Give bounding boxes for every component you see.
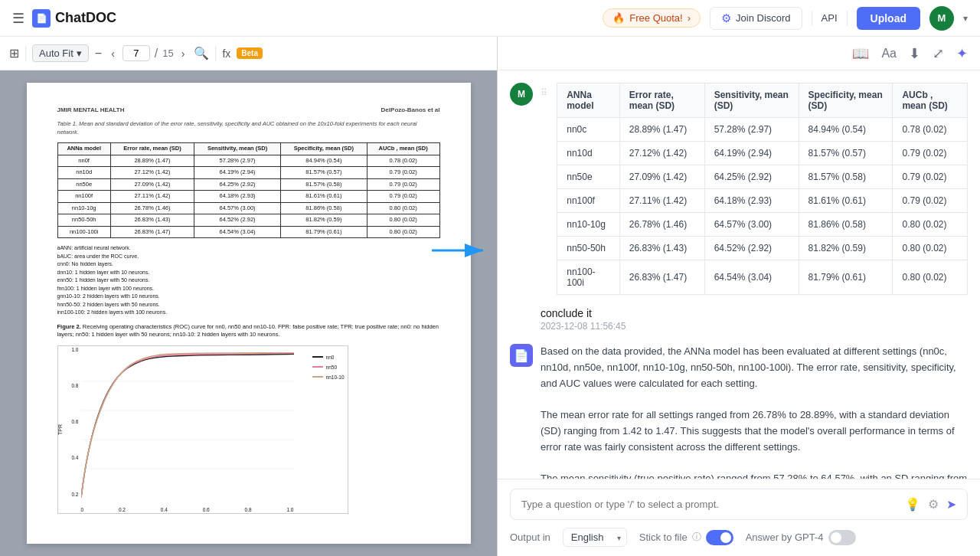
chat-table-cell: nn10d (557, 142, 620, 165)
chat-table-cell: 81.61% (0.61) (799, 189, 893, 213)
pdf-content[interactable]: JMIR MENTAL HEALTH DelPozo-Banos et al T… (0, 70, 497, 556)
chat-data-table-wrapper: ANNa modelError rate, mean (SD)Sensitivi… (557, 83, 968, 295)
toolbar-divider-1 (25, 46, 26, 61)
chat-input[interactable] (521, 499, 899, 510)
chat-input-icons: 💡 ⚙ ➤ (905, 497, 956, 512)
download-icon[interactable]: ⬇ (909, 45, 920, 62)
fig2-caption-text: Receiving operating characteristics (ROC… (57, 323, 439, 339)
language-select[interactable]: English Chinese Spanish (563, 528, 627, 547)
main-area: ⊞ Auto Fit ▾ − ‹ / 15 › 🔍 fx Beta JMIR (0, 37, 980, 556)
chat-input-area: 💡 ⚙ ➤ Output in English Chinese Spanish … (498, 479, 980, 556)
chat-table-cell: 64.57% (3.00) (704, 213, 799, 237)
chat-table-cell: nn0c (557, 118, 620, 142)
chat-table-cell: 0.80 (0.02) (893, 213, 968, 237)
figure-caption: Figure 2. Receiving operating characteri… (57, 323, 440, 339)
share-icon[interactable]: ⤢ (933, 45, 944, 62)
user-avatar[interactable]: M (929, 6, 954, 31)
author-name: DelPozo-Banos et al (381, 106, 440, 114)
beta-badge: Beta (237, 47, 263, 59)
output-in-label: Output in (510, 531, 550, 543)
join-discord-label: Join Discord (736, 12, 791, 24)
chat-table-header: Sensitivity, mean (SD) (704, 83, 799, 118)
brand-icon: 📄 (32, 9, 51, 28)
chat-table-cell: 84.94% (0.54) (799, 118, 893, 142)
chat-toolbar: 📖 Aa ⬇ ⤢ ✦ (498, 37, 980, 70)
stick-to-file-toggle[interactable] (706, 530, 733, 545)
chat-table-cell: 64.52% (2.92) (704, 237, 799, 260)
chat-table-cell: 26.83% (1.47) (619, 260, 704, 295)
fx-button[interactable]: fx (222, 47, 230, 60)
user-avatar-chat: M (510, 83, 533, 106)
api-link[interactable]: API (822, 12, 838, 24)
page-thumbnail-icon[interactable]: ⊞ (9, 46, 19, 61)
chat-table-cell: nn100f (557, 189, 620, 213)
conclude-text: conclude it (541, 307, 968, 319)
total-pages: 15 (162, 47, 173, 59)
drag-handle-icon[interactable]: ⠿ (541, 87, 549, 98)
upload-button[interactable]: Upload (857, 7, 920, 30)
page-navigation: ‹ / 15 › (108, 45, 188, 61)
nav-divider-2 (847, 11, 848, 26)
chat-table-cell: 0.79 (0.02) (893, 165, 968, 189)
chat-table-header: ANNa model (557, 83, 620, 118)
chat-table-cell: nn50e (557, 165, 620, 189)
user-message-table: M ⠿ ANNa modelError rate, mean (SD)Sensi… (510, 83, 968, 295)
chat-table-cell: 81.86% (0.58) (799, 213, 893, 237)
top-navigation: ☰ 📄 ChatDOC 🔥 Free Quota! › ⚙ Join Disco… (0, 0, 980, 37)
ai-paragraph-3: The mean sensitivity (true positive rate… (541, 471, 968, 479)
chat-table-header: Error rate, mean (SD) (619, 83, 704, 118)
chat-table-header: Specificity, mean (SD) (799, 83, 893, 118)
hamburger-menu-icon[interactable]: ☰ (12, 10, 24, 27)
settings-icon-button[interactable]: ⚙ (928, 497, 939, 512)
answer-by-gpt4-option: Answer by GPT-4 (746, 530, 856, 545)
chat-input-box[interactable]: 💡 ⚙ ➤ (510, 489, 968, 520)
text-format-icon[interactable]: Aa (881, 47, 897, 61)
auto-fit-button[interactable]: Auto Fit ▾ (32, 44, 89, 62)
pdf-toolbar: ⊞ Auto Fit ▾ − ‹ / 15 › 🔍 fx Beta (0, 37, 497, 70)
chat-table-cell: nn50-50h (557, 237, 620, 260)
chat-table-cell: 57.28% (2.97) (704, 118, 799, 142)
chat-table-cell: 26.78% (1.46) (619, 213, 704, 237)
chat-table-cell: 27.11% (1.42) (619, 189, 704, 213)
chat-messages-list: M ⠿ ANNa modelError rate, mean (SD)Sensi… (498, 70, 980, 479)
chat-table-cell: 64.54% (3.04) (704, 260, 799, 295)
chat-table-cell: 64.25% (2.92) (704, 165, 799, 189)
chat-table-cell: 26.83% (1.43) (619, 237, 704, 260)
book-icon[interactable]: 📖 (852, 45, 869, 62)
send-button[interactable]: ➤ (946, 497, 956, 512)
avatar-chevron-icon[interactable]: ▾ (963, 13, 968, 24)
toolbar-divider-2 (215, 46, 216, 61)
chat-table-cell: 0.80 (0.02) (893, 237, 968, 260)
ai-message-row: 📄 Based on the data provided, the ANNa m… (510, 344, 968, 479)
answer-by-gpt4-toggle[interactable] (828, 530, 856, 545)
brand-name: ChatDOC (55, 10, 116, 26)
pdf-data-table: ANNa modelError rate, mean (SD)Sensitivi… (57, 142, 440, 238)
pdf-header: JMIR MENTAL HEALTH DelPozo-Banos et al (57, 106, 440, 114)
ai-paragraph-1: Based on the data provided, the ANNa mod… (541, 344, 968, 391)
page-number-input[interactable] (122, 45, 150, 61)
ai-paragraph-2: The mean error rate for all settings ran… (541, 407, 968, 455)
auto-fit-chevron-icon: ▾ (77, 47, 82, 59)
prev-page-button[interactable]: ‹ (108, 46, 118, 61)
chat-table-row: nn0c28.89% (1.47)57.28% (2.97)84.94% (0.… (557, 118, 968, 142)
page-divider: / (155, 47, 158, 61)
chat-options-bar: Output in English Chinese Spanish Stick … (510, 528, 968, 547)
language-selector-wrapper[interactable]: English Chinese Spanish (563, 528, 627, 547)
roc-svg (81, 352, 294, 498)
chat-table-cell: 0.79 (0.02) (893, 189, 968, 213)
chat-table-cell: 0.78 (0.02) (893, 118, 968, 142)
zoom-out-button[interactable]: − (95, 47, 102, 61)
join-discord-button[interactable]: ⚙ Join Discord (710, 7, 802, 30)
pdf-page: JMIR MENTAL HEALTH DelPozo-Banos et al T… (27, 83, 471, 544)
free-quota-button[interactable]: 🔥 Free Quota! › (603, 8, 701, 28)
chat-table-cell: 81.57% (0.58) (799, 165, 893, 189)
chat-table-row: nn50-50h26.83% (1.43)64.52% (2.92)81.82%… (557, 237, 968, 260)
chat-table-cell: 81.79% (0.61) (799, 260, 893, 295)
lightbulb-icon-button[interactable]: 💡 (905, 497, 920, 512)
sparkle-icon[interactable]: ✦ (956, 45, 968, 62)
stick-to-file-info-icon[interactable]: ⓘ (692, 531, 701, 544)
search-pdf-button[interactable]: 🔍 (194, 46, 209, 61)
next-page-button[interactable]: › (178, 46, 188, 61)
chat-table-cell: 0.80 (0.02) (893, 260, 968, 295)
chat-table-cell: 64.19% (2.94) (704, 142, 799, 165)
